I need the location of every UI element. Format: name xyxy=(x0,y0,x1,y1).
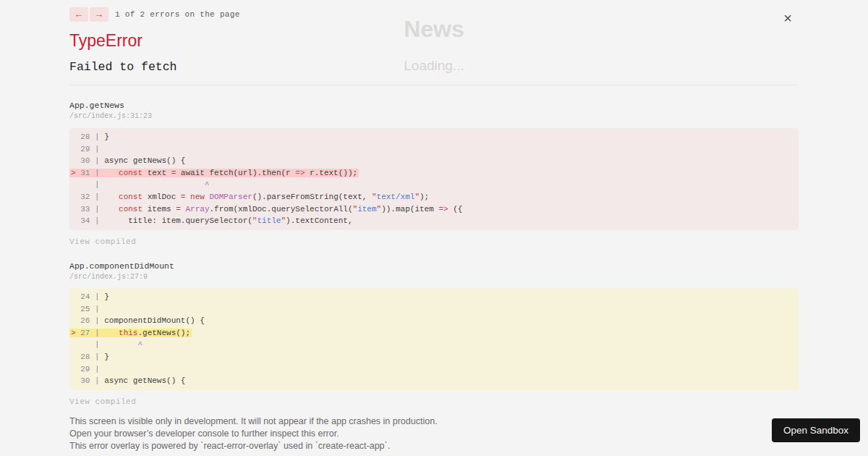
code-line: 28 | } xyxy=(71,131,799,143)
code-line: 28 | } xyxy=(71,351,799,363)
footer-line: This error overlay is powered by `react-… xyxy=(69,440,438,452)
code-line: 30 | async getNews() { xyxy=(71,375,799,387)
view-compiled-link[interactable]: View compiled xyxy=(69,237,136,246)
code-line: 29 | xyxy=(71,363,799,376)
close-icon: × xyxy=(783,10,792,26)
left-arrow-icon: ← xyxy=(76,9,82,20)
code-line: 24 | } xyxy=(71,291,799,303)
footer-line: This screen is visible only in developme… xyxy=(69,415,438,428)
code-line: | ^ xyxy=(71,179,799,191)
code-frame: 24 | } 25 | 26 | componentDidMount() {> … xyxy=(69,288,799,390)
code-line: > 31 | const text = await fetch(url).the… xyxy=(71,167,799,180)
code-line: 25 | xyxy=(71,303,799,316)
divider xyxy=(69,85,799,85)
close-overlay-button[interactable]: × xyxy=(778,9,797,28)
code-frame: 28 | } 29 | 30 | async getNews() {> 31 |… xyxy=(69,128,799,230)
code-line: 32 | const xmlDoc = new DOMParser().pars… xyxy=(71,191,799,203)
code-line: | ^ xyxy=(71,339,799,351)
dev-overlay-footer: This screen is visible only in developme… xyxy=(69,415,438,452)
error-message: Failed to fetch xyxy=(69,60,177,74)
previous-error-button[interactable]: ← xyxy=(69,7,88,22)
code-line: 30 | async getNews() { xyxy=(71,155,799,167)
right-arrow-icon: → xyxy=(96,9,102,20)
footer-line: Open your browser’s developer console to… xyxy=(69,428,438,440)
stack-frame-function-name: App.componentDidMount xyxy=(69,261,174,271)
stack-frame-function-name: App.getNews xyxy=(69,101,124,110)
code-line: 26 | componentDidMount() { xyxy=(71,315,799,327)
code-line: 29 | xyxy=(71,143,799,156)
open-sandbox-button[interactable]: Open Sandbox xyxy=(772,418,860,442)
error-type-title: TypeError xyxy=(69,31,142,51)
code-line: 34 | title: item.querySelector("title").… xyxy=(71,215,799,227)
next-error-button[interactable]: → xyxy=(90,7,109,22)
stack-frame-source-location: /src/index.js:31:23 xyxy=(69,112,152,120)
view-compiled-link[interactable]: View compiled xyxy=(69,397,136,406)
code-line: > 27 | this.getNews(); xyxy=(71,327,799,339)
code-line: 33 | const items = Array.from(xmlDoc.que… xyxy=(71,203,799,216)
error-counter: 1 of 2 errors on the page xyxy=(115,10,240,19)
stack-frame-source-location: /src/index.js:27:9 xyxy=(69,273,148,281)
